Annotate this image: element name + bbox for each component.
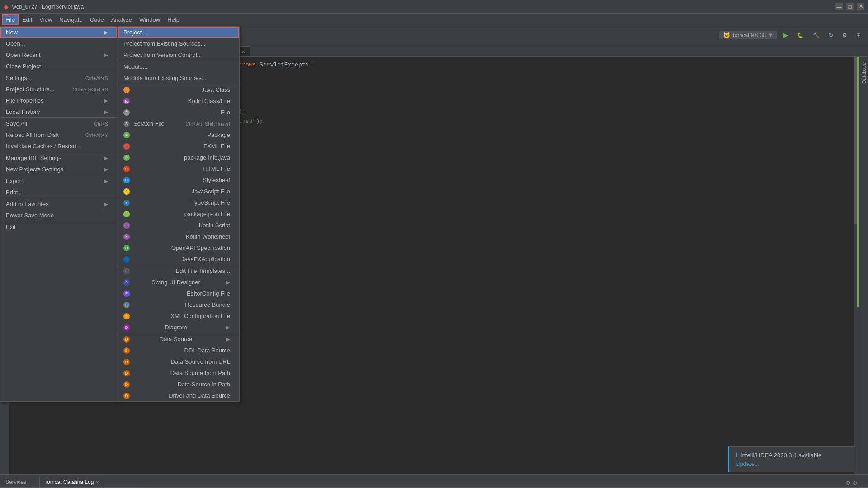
new-package-info[interactable]: P package-info.java [118,152,239,163]
menu-help[interactable]: Help [164,14,183,25]
label: HTML File [203,165,230,172]
tab-tomcat-log[interactable]: Tomcat Catalina Log ✕ [39,477,104,487]
pkg-info-icon: P [123,155,130,161]
label: Swing UI Designer [151,279,200,286]
new-module[interactable]: Module... [118,61,239,72]
new-package-json[interactable]: J package.json File [118,208,239,220]
new-datasource-in-path[interactable]: D Data Source in Path [118,379,239,390]
menu-close-project[interactable]: Close Project [0,61,117,72]
new-editorconfig[interactable]: E EditorConfig File [118,288,239,299]
new-kotlin-worksheet[interactable]: K Kotlin Worksheet [118,231,239,242]
new-driver-datasource[interactable]: D Driver and Data Source [118,390,239,401]
new-fxml[interactable]: F FXML File [118,141,239,152]
css-icon: C [123,177,130,183]
submenu-arrow-icon: ▶ [104,29,108,36]
new-module-existing[interactable]: Module from Existing Sources... [118,72,239,84]
new-xml-config[interactable]: X XML Configuration File [118,310,239,322]
new-resource-bundle[interactable]: R Resource Bundle [118,299,239,310]
filter-icon[interactable]: ⊕ [853,480,857,486]
menu-settings[interactable]: Settings... Ctrl+Alt+S [0,72,117,84]
settings-button[interactable]: ⚙ [839,30,851,40]
local-history-label: Local History [6,108,40,115]
new-data-source[interactable]: D Data Source ▶ [118,333,239,345]
javafx-icon: J [123,256,130,263]
new-swing-designer[interactable]: S Swing UI Designer ▶ [118,277,239,288]
menu-save-all[interactable]: Save All Ctrl+S [0,117,117,129]
new-ts[interactable]: T TypeScript File [118,197,239,208]
menu-code[interactable]: Code [86,14,108,25]
run-button[interactable]: ▶ [779,29,792,41]
menu-local-history[interactable]: Local History ▶ [0,106,117,117]
menu-project-structure[interactable]: Project Structure... Ctrl+Alt+Shift+S [0,84,117,95]
menu-new-projects-settings[interactable]: New Projects Settings ▶ [0,164,117,175]
new-edit-templates[interactable]: E Edit File Templates... [118,265,239,277]
package-icon: P [123,132,130,138]
debug-button[interactable]: 🐛 [793,30,807,40]
new-diagram[interactable]: D Diagram ▶ [118,322,239,333]
resource-icon: R [123,302,130,308]
menu-exit[interactable]: Exit [0,221,117,233]
project-structure-shortcut: Ctrl+Alt+Shift+S [72,87,108,92]
menu-manage-ide[interactable]: Manage IDE Settings ▶ [0,152,117,164]
label: Stylesheet [203,177,230,183]
menu-export[interactable]: Export ▶ [0,175,117,187]
new-project-existing[interactable]: Project from Existing Sources... [118,38,239,49]
close-panel-icon[interactable]: — [859,480,864,486]
save-all-shortcut: Ctrl+S [94,121,108,127]
update-link[interactable]: Update... [736,460,760,467]
swing-icon: S [123,279,130,286]
refresh-button[interactable]: ↻ [825,30,837,40]
menu-add-favorites[interactable]: Add to Favorites ▶ [0,198,117,210]
xml-icon: X [123,313,130,319]
new-package[interactable]: P Package [118,129,239,141]
menu-open-recent[interactable]: Open Recent ▶ [0,49,117,61]
menu-power-save[interactable]: Power Save Mode [0,210,117,221]
build-button[interactable]: 🔨 [809,30,823,40]
menu-view[interactable]: View [36,14,56,25]
new-ddl-data-source[interactable]: D DDL Data Source [118,345,239,356]
window-title: web_0727 - LoginServlet.java [12,4,84,10]
maximize-button[interactable]: □ [846,3,854,10]
new-javafx[interactable]: J JavaFXApplication [118,253,239,265]
new-scratch-file[interactable]: S Scratch File Ctrl+Alt+Shift+Insert [118,118,239,129]
new-datasource-url[interactable]: D Data Source from URL [118,356,239,367]
menu-reload[interactable]: Reload All from Disk Ctrl+Alt+Y [0,129,117,141]
settings-icon[interactable]: ⚙ [846,480,851,486]
new-html[interactable]: H HTML File [118,163,239,174]
new-project-vcs[interactable]: Project from Version Control... [118,49,239,61]
invalidate-label: Invalidate Caches / Restart... [6,143,81,150]
layout-button[interactable]: ⊞ [853,30,864,40]
label: FXML File [203,143,230,150]
minimize-button[interactable]: — [835,3,843,10]
new-project-item[interactable]: Project... [118,27,239,38]
menu-print[interactable]: Print... [0,187,117,198]
menu-window[interactable]: Window [136,14,164,25]
new-kotlin-script[interactable]: K Kotlin Script [118,220,239,231]
menu-analyze[interactable]: Analyze [108,14,136,25]
menu-open[interactable]: Open... [0,38,117,49]
menu-new[interactable]: New ▶ [0,27,117,38]
new-datasource-path[interactable]: D Data Source from Path [118,367,239,379]
new-kotlin-class[interactable]: K Kotlin Class/File [118,95,239,107]
new-file[interactable]: F File [118,107,239,118]
menu-navigate[interactable]: Navigate [56,14,86,25]
menu-file[interactable]: File [2,14,19,25]
label: TypeScript File [191,199,230,206]
submenu-arrow-icon: ▶ [226,324,230,331]
menu-edit[interactable]: Edit [19,14,36,25]
reload-shortcut: Ctrl+Alt+Y [85,132,108,138]
change-indicator [857,57,859,307]
submenu-arrow-icon: ▶ [104,108,108,115]
label: File [221,109,230,116]
database-icon[interactable]: Database [861,61,867,85]
label: XML Configuration File [170,313,230,319]
new-java-class[interactable]: J Java Class [118,84,239,95]
new-openapi[interactable]: O OpenAPI Specification [118,242,239,253]
new-js[interactable]: J JavaScript File [118,186,239,197]
tab-close-icon[interactable]: ✕ [95,480,99,485]
close-button[interactable]: ✕ [857,3,864,10]
menu-file-properties[interactable]: File Properties ▶ [0,95,117,106]
menu-invalidate[interactable]: Invalidate Caches / Restart... [0,141,117,152]
tab-close-icon[interactable]: ✕ [241,49,245,54]
new-stylesheet[interactable]: C Stylesheet [118,174,239,186]
